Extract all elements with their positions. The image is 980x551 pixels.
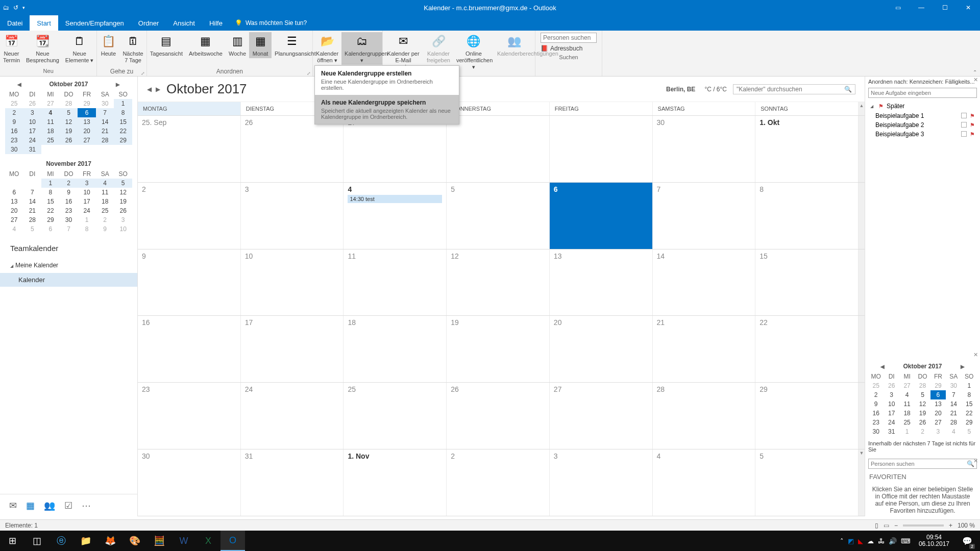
mini-cal-day[interactable]: 14 (23, 197, 42, 206)
zoom-slider[interactable] (903, 524, 944, 527)
planungsansicht-button[interactable]: ☰Planungsansicht (272, 32, 312, 58)
mini-cal-day[interactable]: 4 (41, 108, 60, 117)
ribbon-display-icon[interactable]: ▭ (886, 0, 910, 15)
mini-cal-day[interactable]: 13 (5, 197, 23, 206)
neue-besprechung-button[interactable]: 📆Neue Besprechung (23, 32, 62, 65)
heute-button[interactable]: 📋Heute (97, 32, 119, 58)
mini-cal-day[interactable]: 18 (41, 127, 60, 136)
mini-cal-day[interactable]: 26 (915, 418, 930, 427)
mini-cal-day[interactable]: 4 (96, 179, 114, 188)
mini-cal-day[interactable]: 5 (915, 390, 930, 399)
calendar-cell[interactable]: 26 (447, 383, 550, 449)
start-button[interactable]: ⊞ (0, 531, 24, 551)
mini-cal-day[interactable]: 8 (114, 108, 132, 117)
flag-icon[interactable]: ⚑ (970, 113, 975, 119)
paint-icon[interactable]: 🎨 (122, 531, 147, 551)
mini-cal-day[interactable]: 7 (946, 390, 961, 399)
mini-cal-day[interactable]: 4 (5, 224, 23, 234)
calendar-cell[interactable]: 4 (653, 449, 756, 516)
mini-cal-day[interactable]: 26 (23, 99, 42, 108)
mini-cal-day[interactable]: 2 (915, 427, 930, 436)
close-button[interactable]: ✕ (957, 0, 980, 15)
tell-me-input[interactable]: 💡Was möchten Sie tun? (230, 15, 312, 31)
people-icon[interactable]: 👥 (44, 500, 55, 511)
next-month-icon[interactable]: ▶ (116, 82, 120, 87)
mini-cal-day[interactable]: 25 (41, 136, 60, 145)
mini-cal-day[interactable]: 9 (60, 188, 78, 197)
neuer-termin-button[interactable]: 📅Neuer Termin (0, 32, 23, 65)
mini-cal-day[interactable]: 28 (946, 418, 961, 427)
calendar-event[interactable]: 14:30 test (348, 195, 442, 203)
mini-cal-day[interactable]: 22 (41, 206, 60, 215)
calendar-cell[interactable]: 20 (550, 316, 653, 382)
mini-cal-day[interactable]: 2 (96, 215, 114, 224)
tray-volume-icon[interactable]: 🔊 (889, 537, 897, 545)
calendar-cell[interactable]: 29 (755, 383, 859, 449)
mini-cal-day[interactable]: 29 (930, 381, 946, 390)
calendar-search[interactable]: 🔍 (733, 84, 855, 94)
outlook-icon[interactable]: O (220, 531, 245, 551)
view-reading-icon[interactable]: ▭ (884, 522, 889, 529)
mini-cal-day[interactable]: 6 (41, 224, 60, 234)
tray-sync-icon[interactable]: ☁ (867, 537, 874, 545)
mini-cal-day[interactable]: 3 (930, 427, 946, 436)
mini-cal-day[interactable]: 28 (915, 381, 930, 390)
mini-cal-day[interactable]: 22 (962, 409, 977, 418)
mini-cal-day[interactable]: 22 (114, 127, 132, 136)
new-task-input[interactable] (868, 88, 977, 98)
mini-cal-day[interactable]: 8 (962, 390, 977, 399)
task-item[interactable]: Beispielaufgabe 1⚑ (870, 111, 975, 120)
calendar-cell[interactable]: 11 (344, 249, 447, 316)
mini-cal-day[interactable]: 1 (899, 427, 915, 436)
calculator-icon[interactable]: 🧮 (147, 531, 172, 551)
minimize-button[interactable]: — (910, 0, 933, 15)
prev-month-icon[interactable]: ◀ (17, 82, 21, 87)
mini-cal-day[interactable]: 11 (96, 188, 114, 197)
mini-cal-day[interactable]: 12 (114, 188, 132, 197)
mini-cal-day[interactable]: 5 (60, 108, 78, 117)
zoom-in-icon[interactable]: + (949, 522, 952, 529)
mini-cal-day[interactable]: 20 (5, 206, 23, 215)
mini-cal-day[interactable]: 6 (78, 108, 96, 117)
mini-cal-day[interactable]: 17 (23, 127, 42, 136)
close-minical-icon[interactable]: ✕ (973, 352, 978, 358)
tagesansicht-button[interactable]: ▤Tagesansicht (147, 32, 186, 58)
mini-cal-day[interactable]: 25 (96, 206, 114, 215)
mini-cal-day[interactable]: 17 (78, 197, 96, 206)
mini-cal-day[interactable] (96, 145, 114, 154)
mini-cal-day[interactable]: 29 (114, 136, 132, 145)
neue-elemente-button[interactable]: 🗒Neue Elemente ▾ (62, 32, 97, 65)
calendar-cell[interactable]: 5 (447, 183, 550, 249)
calendar-cell[interactable]: 2 (138, 183, 241, 249)
mini-cal-day[interactable]: 26 (114, 206, 132, 215)
mini-cal-day[interactable]: 29 (41, 215, 60, 224)
mini-cal-day[interactable]: 2 (5, 108, 23, 117)
mini-cal-day[interactable] (41, 145, 60, 154)
mini-cal-day[interactable]: 25 (5, 99, 23, 108)
kalendergruppen-button[interactable]: 🗂Kalendergruppen ▾ (341, 32, 382, 65)
mini-cal-day[interactable]: 9 (96, 224, 114, 234)
mini-cal-day[interactable]: 9 (5, 117, 23, 127)
mini-cal-day[interactable]: 7 (23, 188, 42, 197)
mini-cal-day[interactable]: 1 (78, 215, 96, 224)
tasks-icon[interactable]: ☑ (64, 500, 72, 511)
mini-cal-day[interactable]: 8 (78, 224, 96, 234)
mini-cal-day[interactable]: 24 (884, 418, 899, 427)
arrange-by-label[interactable]: Anordnen nach: Kennzeichen: Fälligkeits.… (865, 77, 980, 87)
calendar-cell[interactable]: 17 (241, 316, 344, 382)
mini-cal-day[interactable]: 10 (114, 224, 132, 234)
calendar-cell[interactable]: 19 (447, 316, 550, 382)
tray-outlook-icon[interactable]: ◩ (848, 537, 854, 545)
flag-icon[interactable]: ⚑ (970, 131, 975, 138)
cal-prev-icon[interactable]: ◀ (147, 86, 152, 93)
mini-cal-day[interactable]: 25 (899, 418, 915, 427)
mini-cal-day[interactable]: 18 (899, 409, 915, 418)
mini-cal-day[interactable]: 5 (23, 224, 42, 234)
mini-cal-day[interactable]: 19 (915, 409, 930, 418)
mini-cal-day[interactable]: 12 (60, 117, 78, 127)
calendar-cell[interactable]: 6 (550, 183, 653, 249)
calendar-cell[interactable]: 16 (138, 316, 241, 382)
right-prev-icon[interactable]: ◀ (880, 364, 885, 369)
calendar-cell[interactable]: 27 (344, 116, 447, 182)
task-checkbox[interactable] (961, 122, 967, 128)
